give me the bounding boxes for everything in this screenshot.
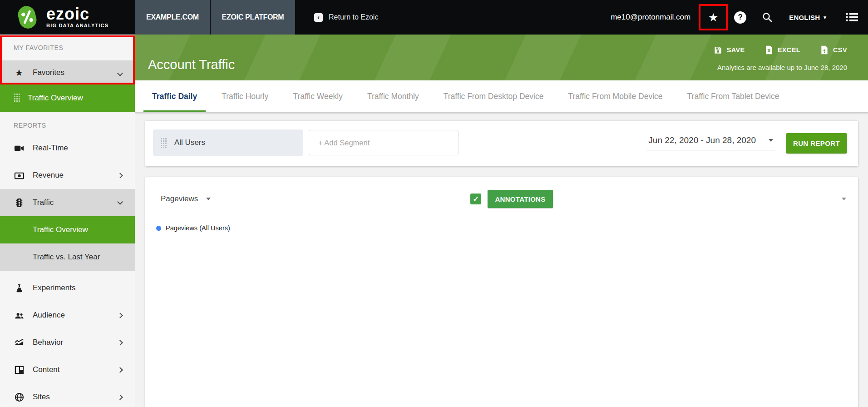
sidebar-item-label: Traffic — [33, 198, 54, 207]
tab-traffic-mobile[interactable]: Traffic From Mobile Device — [556, 80, 675, 112]
report-tabs: Traffic Daily Traffic Hourly Traffic Wee… — [135, 80, 868, 113]
tab-ezoic-platform[interactable]: EZOIC PLATFORM — [211, 0, 295, 35]
excel-export-button[interactable]: EXCEL — [765, 45, 800, 55]
star-icon: ★ — [14, 67, 25, 78]
sidebar-item-content[interactable]: Content — [0, 356, 135, 383]
sidebar-item-label: Behavior — [33, 338, 63, 347]
layout-icon — [14, 364, 25, 375]
search-icon[interactable] — [762, 12, 773, 23]
tab-traffic-desktop[interactable]: Traffic From Desktop Device — [431, 80, 556, 112]
list-menu-icon[interactable] — [846, 12, 858, 22]
main-content: Account Traffic SAVE EXCEL — [135, 35, 868, 407]
sidebar-item-traffic[interactable]: Traffic — [0, 189, 135, 216]
top-bar: ezoic BIG DATA ANALYTICS EXAMPLE.COM EZO… — [0, 0, 868, 35]
csv-file-icon — [820, 45, 829, 55]
sidebar-item-behavior[interactable]: Behavior — [0, 329, 135, 356]
ezoic-logo[interactable]: ezoic BIG DATA ANALYTICS — [0, 0, 135, 35]
drag-handle-icon[interactable] — [160, 138, 167, 148]
sidebar-item-real-time[interactable]: Real-Time — [0, 134, 135, 162]
chart-legend: Pageviews (All Users) — [145, 208, 858, 232]
chart-card: Pageviews ✓ ANNOTATIONS Pageviews (All U… — [145, 177, 858, 407]
star-icon[interactable]: ★ — [708, 11, 718, 24]
language-label: ENGLISH — [789, 14, 820, 21]
tab-traffic-weekly[interactable]: Traffic Weekly — [281, 80, 355, 112]
caret-down-icon — [206, 198, 211, 200]
sidebar-item-label: Favorites — [33, 68, 64, 77]
page-title: Account Traffic — [148, 57, 235, 72]
collapse-panel-icon[interactable] — [842, 198, 846, 200]
metric-selector[interactable]: Pageviews — [161, 194, 462, 204]
chevron-right-icon — [117, 340, 123, 346]
chevron-right-icon — [117, 313, 123, 318]
filter-card: All Users + Add Segment Jun 22, 2020 - J… — [145, 121, 858, 166]
sidebar-item-label: Audience — [33, 311, 65, 320]
trend-chart-icon — [14, 337, 25, 348]
people-icon — [14, 310, 25, 321]
chevron-right-icon — [117, 394, 123, 400]
sidebar-item-label: Revenue — [33, 171, 64, 180]
sidebar-item-experiments[interactable]: Experiments — [0, 274, 135, 302]
legend-label: Pageviews (All Users) — [166, 224, 230, 232]
date-range-value: Jun 22, 2020 - Jun 28, 2020 — [648, 135, 756, 145]
caret-down-icon — [769, 139, 773, 142]
sidebar-item-traffic-overview[interactable]: Traffic Overview — [0, 216, 135, 243]
add-segment-field[interactable]: + Add Segment — [309, 130, 459, 155]
excel-label: EXCEL — [778, 46, 800, 54]
sidebar-item-revenue[interactable]: Revenue — [0, 162, 135, 189]
csv-label: CSV — [833, 46, 847, 54]
videocam-icon — [14, 143, 25, 154]
user-email[interactable]: me10@protonmail.com — [611, 13, 690, 22]
run-report-button[interactable]: RUN REPORT — [786, 133, 847, 154]
tab-traffic-daily[interactable]: Traffic Daily — [140, 80, 209, 112]
sidebar-item-sites[interactable]: Sites — [0, 383, 135, 407]
date-range-picker[interactable]: Jun 22, 2020 - Jun 28, 2020 — [646, 135, 775, 150]
annotations-button[interactable]: ANNOTATIONS — [488, 190, 552, 208]
ezoic-logo-icon — [15, 5, 40, 30]
save-icon — [714, 46, 722, 55]
save-button[interactable]: SAVE — [714, 45, 745, 55]
annotations-checkbox[interactable]: ✓ — [470, 194, 481, 204]
legend-dot-icon — [156, 226, 161, 231]
sidebar-favorite-traffic-overview[interactable]: Traffic Overview — [0, 84, 135, 112]
tab-traffic-monthly[interactable]: Traffic Monthly — [355, 80, 431, 112]
segment-label: All Users — [174, 138, 205, 147]
back-chevron-icon: ‹ — [314, 13, 323, 22]
excel-file-icon — [765, 45, 773, 55]
globe-icon — [14, 392, 25, 402]
drag-handle-icon[interactable] — [14, 93, 20, 103]
brand-name: ezoic — [46, 6, 108, 22]
chart-plot-area — [145, 232, 858, 382]
flask-icon — [14, 283, 25, 293]
save-label: SAVE — [727, 46, 745, 54]
money-icon — [14, 170, 25, 181]
my-favorites-header: MY FAVORITES — [0, 35, 135, 60]
analytics-availability-note: Analytics are available up to June 28, 2… — [717, 64, 847, 71]
csv-export-button[interactable]: CSV — [820, 45, 847, 55]
metric-label: Pageviews — [161, 194, 198, 204]
segment-chip-all-users[interactable]: All Users — [153, 129, 303, 156]
sidebar-item-label: Experiments — [33, 283, 75, 293]
traffic-light-icon — [14, 197, 25, 208]
sidebar-item-label: Traffic Overview — [28, 94, 83, 103]
page-header-banner: Account Traffic SAVE EXCEL — [135, 35, 868, 80]
sidebar-item-label: Sites — [33, 392, 50, 402]
language-selector[interactable]: ENGLISH ▾ — [789, 14, 826, 21]
reports-header: REPORTS — [0, 112, 135, 134]
chevron-right-icon — [117, 173, 123, 179]
help-icon[interactable]: ? — [734, 11, 746, 24]
return-label: Return to Ezoic — [329, 13, 378, 21]
tab-traffic-hourly[interactable]: Traffic Hourly — [209, 80, 281, 112]
sidebar-item-audience[interactable]: Audience — [0, 302, 135, 329]
return-to-ezoic-link[interactable]: ‹ Return to Ezoic — [314, 0, 378, 35]
sidebar-item-favorites[interactable]: ★ Favorites — [0, 60, 135, 84]
tab-example-com[interactable]: EXAMPLE.COM — [135, 0, 210, 35]
chevron-right-icon — [117, 367, 123, 373]
brand-tagline: BIG DATA ANALYTICS — [46, 23, 108, 28]
chevron-down-icon — [117, 70, 123, 76]
chevron-down-icon — [117, 199, 123, 205]
chevron-down-icon: ▾ — [824, 15, 826, 20]
sidebar: MY FAVORITES ★ Favorites Traffic Overvie… — [0, 35, 135, 407]
sidebar-item-label: Traffic vs. Last Year — [33, 253, 100, 262]
tab-traffic-tablet[interactable]: Traffic From Tablet Device — [675, 80, 792, 112]
sidebar-item-traffic-vs-last-year[interactable]: Traffic vs. Last Year — [0, 243, 135, 271]
